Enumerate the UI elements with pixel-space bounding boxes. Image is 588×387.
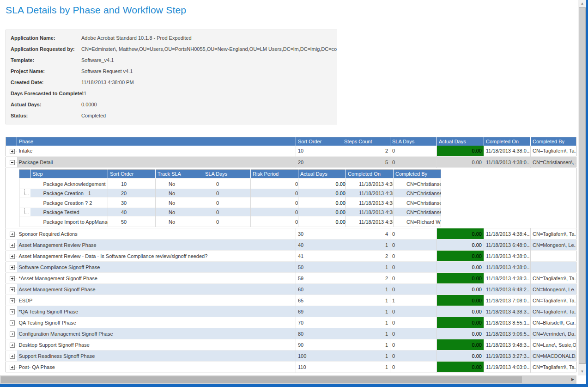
tree-elbow-icon: [24, 189, 29, 195]
phase-table-header-row: Phase Sort Order Steps Count SLA Days Ac…: [6, 137, 576, 146]
expand-toggle[interactable]: [6, 228, 17, 240]
plus-icon[interactable]: [10, 343, 15, 348]
plus-icon[interactable]: [10, 232, 15, 237]
completed-on: 11/18/2013 4:38:0...: [346, 189, 394, 197]
horizontal-scrollbar-thumb[interactable]: [1, 376, 522, 383]
step-row[interactable]: Package Creation ? 230No000.0011/18/2013…: [19, 197, 441, 208]
phase-row[interactable]: Asset Management Review - Data - Is Soft…: [6, 251, 576, 262]
step-row[interactable]: Package Acknowledgement10No000.0011/18/2…: [19, 178, 441, 189]
expand-toggle[interactable]: [6, 350, 17, 362]
phase-name: Asset Management Review Phase: [17, 240, 296, 251]
scroll-up-icon[interactable]: ▲: [578, 0, 586, 7]
phase-row[interactable]: Support Readiness Signoff Phase100100.00…: [6, 350, 576, 362]
tree-elbow-icon: [24, 208, 29, 214]
phase-name: Sponsor Required Actions: [17, 228, 296, 240]
expand-toggle[interactable]: [6, 273, 17, 284]
actual-days-green-cell: 0.00: [437, 273, 484, 284]
phase-name: Intake: [17, 146, 296, 157]
actual-days-green-cell: 0.00: [298, 189, 346, 197]
phase-name: Software Compliance Signoff Phase: [17, 262, 296, 273]
phase-row[interactable]: Intake10200.0011/18/2013 4:38:0...CN=Tag…: [6, 146, 576, 157]
plus-icon[interactable]: [10, 365, 15, 370]
info-value: Adobe Acrobat Standard 10.1.8 - Prod Exp…: [81, 32, 337, 43]
expand-toggle[interactable]: [6, 146, 17, 157]
plus-icon[interactable]: [10, 298, 15, 303]
vertical-scrollbar-thumb[interactable]: [579, 7, 586, 364]
phase-row[interactable]: QA Testing Signoff Phase70100.0011/18/20…: [6, 317, 576, 328]
track-sla: No: [156, 208, 203, 216]
expand-toggle[interactable]: [6, 262, 17, 273]
completed-by: CN=Christiansen\, ...: [394, 208, 441, 216]
step-row[interactable]: Package Creation - 120No000.0011/18/2013…: [19, 189, 441, 197]
expand-toggle[interactable]: [6, 240, 17, 251]
info-value: Software Request v4.1: [81, 66, 337, 77]
expand-toggle[interactable]: [6, 317, 17, 328]
step-detail-band: Step Sort Order Track SLA SLA Days Risk …: [6, 168, 576, 228]
actual-days-green-cell: 0.00: [437, 240, 484, 251]
plus-icon[interactable]: [10, 332, 15, 337]
step-row[interactable]: Package Tested40No000.0011/18/2013 4:38:…: [19, 208, 441, 216]
sla-days: 0: [390, 317, 437, 328]
expand-toggle[interactable]: [6, 362, 17, 373]
minus-icon[interactable]: [10, 160, 15, 165]
actual-days-green-cell: 0.00: [437, 306, 484, 317]
phase-row[interactable]: Configuration Management Signoff Phase80…: [6, 328, 576, 339]
actual-days-green-cell: 0.00: [437, 362, 484, 373]
actual-days-green-cell: 0.00: [437, 339, 484, 350]
plus-icon[interactable]: [10, 276, 15, 281]
col-header-actual-days: Actual Days: [437, 137, 484, 146]
phase-row[interactable]: Desktop Support Signoff Phase90100.0011/…: [6, 339, 576, 350]
col-header-sla-days: SLA Days: [390, 137, 437, 146]
phase-row[interactable]: Asset Management Signoff Phase60100.0011…: [6, 284, 576, 295]
expand-toggle[interactable]: [6, 251, 17, 262]
expand-toggle[interactable]: [6, 328, 17, 339]
expand-toggle[interactable]: [6, 157, 17, 168]
phase-row-expanded[interactable]: Package Detail20500.0011/18/2013 4:38:0.…: [6, 157, 576, 168]
horizontal-scrollbar[interactable]: ▶: [0, 375, 576, 384]
scroll-right-icon[interactable]: ▶: [569, 375, 576, 384]
completed-by: CN=Tagliaferri\, Ta...: [531, 228, 576, 240]
sort-order: 40: [108, 208, 156, 216]
scroll-down-icon[interactable]: ▼: [578, 368, 586, 375]
plus-icon[interactable]: [10, 309, 15, 314]
tree-node: [19, 208, 30, 216]
completed-by: CN=Richard Will,O...: [394, 216, 441, 227]
plus-icon[interactable]: [10, 265, 15, 270]
sla-days: 0: [203, 216, 251, 227]
expand-toggle[interactable]: [6, 284, 17, 295]
completed-by: CN=Blaisdell\, Gar...: [531, 317, 576, 328]
completed-on: 11/18/2013 6:48:2...: [484, 284, 531, 295]
risk-period: 0: [251, 208, 298, 216]
col-header-actual-days: Actual Days: [298, 170, 346, 178]
phase-row[interactable]: Software Compliance Signoff Phase50100.0…: [6, 262, 576, 273]
phase-row[interactable]: Post- QA Phase110100.0011/19/2013 4:03:0…: [6, 362, 576, 373]
expand-toggle[interactable]: [6, 306, 17, 317]
plus-icon[interactable]: [10, 243, 15, 248]
tree-line-icon: [15, 301, 17, 301]
plus-icon[interactable]: [10, 320, 15, 326]
info-row: Application Name:Adobe Acrobat Standard …: [6, 32, 337, 43]
phase-row[interactable]: *Asset Management Signoff Phase59200.001…: [6, 273, 576, 284]
plus-icon[interactable]: [10, 287, 15, 292]
vertical-scrollbar[interactable]: ▲ ▼: [578, 0, 586, 375]
sort-order: 40: [296, 240, 342, 251]
sort-order: 50: [108, 216, 156, 227]
expand-toggle[interactable]: [6, 295, 17, 306]
sort-order: 50: [296, 262, 342, 273]
plus-icon[interactable]: [10, 149, 15, 154]
tree-line-icon: [15, 278, 17, 279]
plus-icon[interactable]: [10, 354, 15, 359]
steps-count: 2: [342, 146, 390, 157]
phase-row[interactable]: ESDP65110.0011/18/2013 7:08:0...CN=Tagli…: [6, 295, 576, 306]
step-row[interactable]: Package Import to AppManager50No000.0011…: [19, 216, 441, 227]
phase-name: *QA Testing Signoff Phase: [17, 306, 296, 317]
actual-days-green-cell: 0.00: [437, 251, 484, 262]
phase-row[interactable]: Sponsor Required Actions30400.0011/18/20…: [6, 228, 576, 240]
plus-icon[interactable]: [10, 254, 15, 259]
phase-row[interactable]: Asset Management Review Phase40100.0011/…: [6, 240, 576, 251]
expand-toggle[interactable]: [6, 339, 17, 350]
phase-row[interactable]: *QA Testing Signoff Phase69100.0011/18/2…: [6, 306, 576, 317]
phase-name: Post- QA Phase: [17, 362, 296, 373]
steps-count: 1: [342, 339, 390, 350]
steps-count: 1: [342, 350, 390, 362]
